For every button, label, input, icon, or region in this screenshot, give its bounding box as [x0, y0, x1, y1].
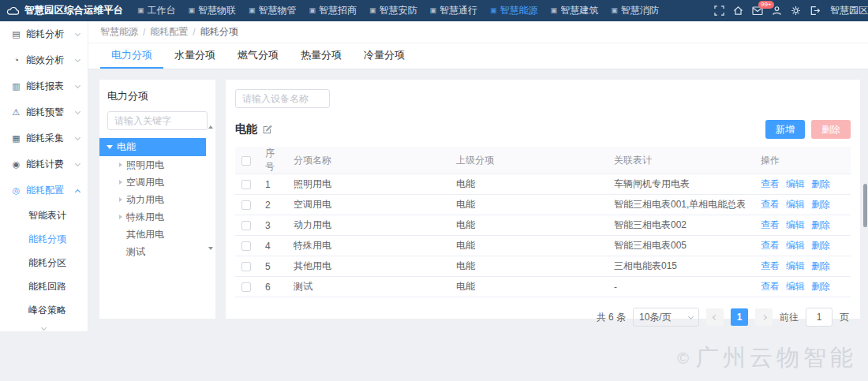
- sidebar-item-smart-meter[interactable]: 智能表计: [0, 204, 88, 227]
- sidebar-item-energy-billing[interactable]: ◉ 能耗计费: [0, 151, 88, 177]
- view-link[interactable]: 查看: [761, 219, 780, 230]
- edit-icon[interactable]: [262, 125, 272, 135]
- nav-item-property[interactable]: ▣智慧物管: [242, 0, 303, 21]
- row-checkbox[interactable]: [241, 262, 251, 271]
- action-buttons: 新增 删除: [765, 120, 851, 139]
- nav-item-fire[interactable]: ▣智慧消防: [604, 0, 665, 21]
- add-button[interactable]: 新增: [765, 120, 805, 139]
- breadcrumb-item[interactable]: 能耗配置: [150, 25, 188, 39]
- sidebar-item-energy-collection[interactable]: ▦ 能耗采集: [0, 125, 88, 151]
- current-page-button[interactable]: 1: [731, 308, 748, 326]
- sidebar-item-label: 能耗报表: [26, 80, 76, 93]
- view-link[interactable]: 查看: [761, 178, 780, 189]
- fullscreen-icon[interactable]: [714, 6, 724, 16]
- sidebar-item-energy-alarm[interactable]: ⚠ 能耗预警: [0, 99, 88, 125]
- user-icon[interactable]: [772, 6, 782, 16]
- row-checkbox[interactable]: [241, 282, 251, 292]
- edit-link[interactable]: 编辑: [786, 260, 805, 271]
- chevron-down-icon: [75, 31, 80, 36]
- scroll-up-icon[interactable]: [208, 125, 213, 129]
- tab-electric[interactable]: 电力分项: [100, 43, 163, 69]
- table-row: 3 动力用电 电能 智能三相电表002 查看编辑删除: [235, 215, 851, 236]
- tree-node-special[interactable]: 特殊用电: [99, 208, 206, 226]
- page-scrollbar[interactable]: [863, 184, 867, 227]
- sidebar-item-energy-analysis[interactable]: ▤ 能耗分析: [0, 21, 88, 47]
- edit-link[interactable]: 编辑: [786, 281, 805, 292]
- sidebar-item-label: 能耗分析: [26, 28, 76, 41]
- edit-link[interactable]: 编辑: [786, 240, 805, 251]
- keyword-search-input[interactable]: [107, 111, 208, 130]
- edit-link[interactable]: 编辑: [786, 219, 805, 230]
- nav-item-workbench[interactable]: ▣工作台: [131, 0, 182, 21]
- tree-node-root[interactable]: 电能: [99, 138, 206, 156]
- device-search-input[interactable]: [235, 89, 330, 108]
- page-size-select[interactable]: 10条/页: [633, 308, 699, 327]
- scroll-down-icon[interactable]: [208, 247, 213, 250]
- collect-icon: ▦: [10, 134, 22, 143]
- chevron-down-icon: [41, 325, 47, 331]
- nav-item-building[interactable]: ▣智慧建筑: [544, 0, 605, 21]
- view-link[interactable]: 查看: [761, 281, 780, 292]
- row-checkbox[interactable]: [241, 180, 251, 189]
- delete-link[interactable]: 删除: [811, 219, 830, 230]
- sidebar-item-energy-report[interactable]: ▥ 能耗报表: [0, 73, 88, 99]
- nav-item-access[interactable]: ▣智慧通行: [424, 0, 485, 21]
- nav-overflow-label[interactable]: 智慧园区: [830, 4, 868, 17]
- sidebar-item-label: 峰谷策略: [28, 304, 80, 317]
- logout-icon[interactable]: [810, 6, 820, 16]
- delete-link[interactable]: 删除: [811, 178, 830, 189]
- select-all-checkbox[interactable]: [241, 156, 251, 166]
- nav-item-iot[interactable]: ▣智慧物联: [182, 0, 243, 21]
- edit-link[interactable]: 编辑: [786, 178, 805, 189]
- tree-node-test[interactable]: 测试: [99, 243, 206, 260]
- nav-item-investment[interactable]: ▣智慧招商: [303, 0, 364, 21]
- tab-cooling[interactable]: 冷量分项: [353, 43, 416, 69]
- delete-link[interactable]: 删除: [811, 240, 830, 251]
- sidebar-item-energy-config[interactable]: ◎ 能耗配置: [0, 177, 88, 204]
- edit-link[interactable]: 编辑: [786, 199, 805, 210]
- tab-heat[interactable]: 热量分项: [290, 43, 353, 69]
- sidebar-item-energy-zone[interactable]: 能耗分区: [0, 251, 88, 275]
- tree-node-lighting[interactable]: 照明用电: [99, 156, 206, 174]
- view-link[interactable]: 查看: [761, 240, 780, 251]
- row-checkbox[interactable]: [241, 221, 251, 230]
- goto-page-input[interactable]: [806, 308, 832, 327]
- row-checkbox[interactable]: [241, 200, 251, 210]
- view-link[interactable]: 查看: [761, 260, 780, 271]
- tree-node-power[interactable]: 动力用电: [99, 191, 206, 208]
- tree-node-ac[interactable]: 空调用电: [99, 174, 206, 191]
- content-area: 电力分项 电能 照明用电 空调用电: [88, 69, 868, 319]
- delete-link[interactable]: 删除: [811, 281, 830, 292]
- delete-link[interactable]: 删除: [811, 260, 830, 271]
- settings-gear-icon[interactable]: [791, 6, 801, 16]
- sidebar-scroll-more[interactable]: [0, 322, 88, 335]
- tab-gas[interactable]: 燃气分项: [226, 43, 290, 69]
- topbar-icon-group: 99+: [708, 6, 820, 16]
- nav-item-security[interactable]: ▣智慧安防: [363, 0, 424, 21]
- tab-water[interactable]: 水量分项: [163, 43, 226, 69]
- view-link[interactable]: 查看: [761, 199, 780, 210]
- nav-item-energy[interactable]: ▣智慧能源: [484, 0, 544, 21]
- sidebar-item-peak-valley-strategy[interactable]: 峰谷策略: [0, 298, 88, 322]
- nav-item-icon: ▣: [490, 7, 497, 14]
- next-page-button[interactable]: [755, 308, 773, 326]
- row-checkbox[interactable]: [241, 241, 251, 251]
- table-header-row: 序号 分项名称 上级分项 关联表计 操作: [235, 147, 851, 174]
- table-row: 5 其他用电 电能 三相电能表015 查看编辑删除: [235, 256, 851, 277]
- cell-name: 其他用电: [287, 256, 450, 277]
- sidebar-item-label: 能耗回路: [28, 280, 80, 293]
- messages-icon[interactable]: 99+: [752, 6, 763, 16]
- sidebar-item-energy-subitem[interactable]: 能耗分项: [0, 227, 88, 251]
- cell-name: 空调用电: [287, 195, 450, 215]
- delete-link[interactable]: 删除: [811, 199, 830, 210]
- home-icon[interactable]: [733, 6, 743, 16]
- sidebar-item-efficiency-analysis[interactable]: ◔ 能效分析: [0, 47, 88, 73]
- app-body: ▤ 能耗分析 ◔ 能效分析 ▥ 能耗报表 ⚠ 能耗预警 ▦ 能耗采集 ◉ 能耗计…: [0, 21, 868, 381]
- sidebar-item-energy-circuit[interactable]: 能耗回路: [0, 275, 88, 298]
- chevron-up-icon: [75, 189, 80, 194]
- delete-button[interactable]: 删除: [811, 120, 851, 139]
- chevron-down-icon: [75, 83, 80, 88]
- prev-page-button[interactable]: [706, 308, 724, 326]
- tree-node-other[interactable]: 其他用电: [99, 226, 206, 243]
- breadcrumb-item[interactable]: 智慧能源: [100, 25, 138, 39]
